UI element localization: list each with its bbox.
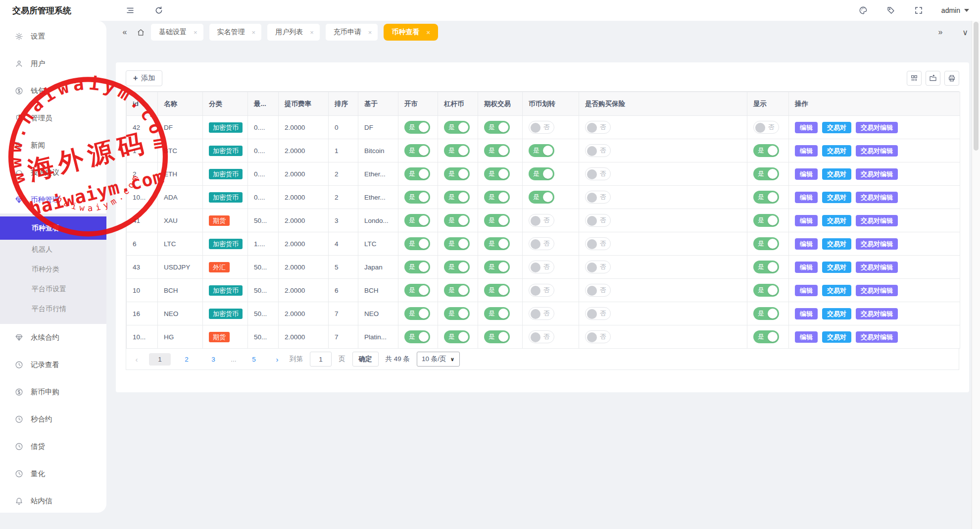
action-button-交易对编辑[interactable]: 交易对编辑 xyxy=(856,168,898,180)
tab-币种查看[interactable]: 币种查看× xyxy=(384,24,438,41)
toggle-insurance-off[interactable]: 否 xyxy=(585,214,611,227)
action-button-编辑[interactable]: 编辑 xyxy=(795,122,818,133)
action-button-交易对[interactable]: 交易对 xyxy=(822,262,851,273)
action-button-编辑[interactable]: 编辑 xyxy=(795,238,818,250)
action-button-交易对编辑[interactable]: 交易对编辑 xyxy=(856,285,898,296)
toggle-open-on[interactable]: 是 xyxy=(404,191,430,204)
toggle-insurance-off[interactable]: 否 xyxy=(585,330,611,343)
action-button-交易对[interactable]: 交易对 xyxy=(822,308,851,319)
tab-充币申请[interactable]: 充币申请× xyxy=(326,24,378,41)
sidebar-subitem-平台币行情[interactable]: 平台币行情 xyxy=(0,299,106,319)
close-icon[interactable]: × xyxy=(426,29,430,36)
action-button-编辑[interactable]: 编辑 xyxy=(795,192,818,203)
export-button[interactable] xyxy=(926,71,940,86)
action-button-交易对[interactable]: 交易对 xyxy=(822,122,851,133)
action-button-交易对[interactable]: 交易对 xyxy=(822,331,851,343)
toggle-insurance-off[interactable]: 否 xyxy=(585,167,611,180)
toggle-transfer-off[interactable]: 否 xyxy=(529,214,554,227)
sidebar-item-借贷[interactable]: 借贷 xyxy=(0,433,106,460)
toggle-option-on[interactable]: 是 xyxy=(484,191,510,204)
action-button-交易对编辑[interactable]: 交易对编辑 xyxy=(856,122,898,133)
action-button-交易对[interactable]: 交易对 xyxy=(822,168,851,180)
tabs-scroll-right-button[interactable]: » xyxy=(934,28,946,37)
toggle-insurance-off[interactable]: 否 xyxy=(585,191,611,204)
jump-confirm-button[interactable]: 确定 xyxy=(352,352,379,367)
pagination-page-3[interactable]: 3 xyxy=(202,353,224,366)
sidebar-item-设置[interactable]: 设置 xyxy=(0,23,106,50)
pagination-prev-button[interactable]: ‹ xyxy=(131,355,142,364)
action-button-编辑[interactable]: 编辑 xyxy=(795,145,818,157)
collapse-sidebar-icon[interactable] xyxy=(125,5,135,15)
close-icon[interactable]: × xyxy=(252,29,256,36)
action-button-交易对[interactable]: 交易对 xyxy=(822,215,851,226)
close-icon[interactable]: × xyxy=(194,29,197,36)
toggle-show-off[interactable]: 否 xyxy=(753,121,779,134)
toggle-show-on[interactable]: 是 xyxy=(753,237,779,250)
action-button-交易对[interactable]: 交易对 xyxy=(822,192,851,203)
action-button-交易对编辑[interactable]: 交易对编辑 xyxy=(856,262,898,273)
action-button-交易对编辑[interactable]: 交易对编辑 xyxy=(856,215,898,226)
sort-icon[interactable] xyxy=(142,101,146,107)
sidebar-item-记录查看[interactable]: 记录查看 xyxy=(0,351,106,378)
toggle-option-on[interactable]: 是 xyxy=(484,121,510,134)
toggle-lever-on[interactable]: 是 xyxy=(444,144,470,157)
toggle-open-on[interactable]: 是 xyxy=(404,214,430,227)
tab-用户列表[interactable]: 用户列表× xyxy=(267,24,320,41)
toggle-show-on[interactable]: 是 xyxy=(753,167,779,180)
toggle-option-on[interactable]: 是 xyxy=(484,330,510,343)
sidebar-item-币种管理[interactable]: 币种管理 xyxy=(0,186,106,213)
toggle-option-on[interactable]: 是 xyxy=(484,237,510,250)
columns-button[interactable] xyxy=(907,71,922,86)
toggle-lever-on[interactable]: 是 xyxy=(444,330,470,343)
toggle-option-on[interactable]: 是 xyxy=(484,214,510,227)
print-button[interactable] xyxy=(944,71,959,86)
sidebar-item-站内信[interactable]: 站内信 xyxy=(0,487,106,513)
toggle-lever-on[interactable]: 是 xyxy=(444,167,470,180)
toggle-show-on[interactable]: 是 xyxy=(753,214,779,227)
toggle-option-on[interactable]: 是 xyxy=(484,307,510,320)
user-menu[interactable]: admin xyxy=(941,6,969,14)
refresh-icon[interactable] xyxy=(154,5,164,15)
toggle-option-on[interactable]: 是 xyxy=(484,167,510,180)
toggle-show-on[interactable]: 是 xyxy=(753,261,779,273)
action-button-交易对编辑[interactable]: 交易对编辑 xyxy=(856,308,898,319)
toggle-show-on[interactable]: 是 xyxy=(753,191,779,204)
sidebar-subitem-机器人[interactable]: 机器人 xyxy=(0,240,106,260)
jump-page-input[interactable] xyxy=(310,352,332,367)
tab-实名管理[interactable]: 实名管理× xyxy=(209,24,262,41)
sidebar-subitem-币种分类[interactable]: 币种分类 xyxy=(0,260,106,279)
scrollbar-thumb[interactable] xyxy=(974,22,979,151)
toggle-option-on[interactable]: 是 xyxy=(484,144,510,157)
toggle-transfer-off[interactable]: 否 xyxy=(529,307,554,320)
action-button-编辑[interactable]: 编辑 xyxy=(795,308,818,319)
toggle-open-on[interactable]: 是 xyxy=(404,307,430,320)
toggle-open-on[interactable]: 是 xyxy=(404,284,430,297)
toggle-transfer-off[interactable]: 否 xyxy=(529,237,554,250)
toggle-transfer-on[interactable]: 是 xyxy=(529,191,554,204)
sidebar-item-用户[interactable]: 用户 xyxy=(0,50,106,77)
toggle-lever-on[interactable]: 是 xyxy=(444,261,470,273)
tab-基础设置[interactable]: 基础设置× xyxy=(151,24,203,41)
action-button-编辑[interactable]: 编辑 xyxy=(795,215,818,226)
action-button-交易对编辑[interactable]: 交易对编辑 xyxy=(856,192,898,203)
sidebar-item-投诉建议[interactable]: 投诉建议 xyxy=(0,159,106,186)
toggle-transfer-off[interactable]: 否 xyxy=(529,330,554,343)
palette-icon[interactable] xyxy=(858,5,868,15)
toggle-open-on[interactable]: 是 xyxy=(404,330,430,343)
toggle-insurance-off[interactable]: 否 xyxy=(585,121,611,134)
toggle-option-on[interactable]: 是 xyxy=(484,261,510,273)
sidebar-item-量化[interactable]: 量化 xyxy=(0,460,106,487)
home-icon[interactable] xyxy=(137,28,145,37)
toggle-option-on[interactable]: 是 xyxy=(484,284,510,297)
toggle-insurance-off[interactable]: 否 xyxy=(585,237,611,250)
toggle-lever-on[interactable]: 是 xyxy=(444,307,470,320)
pagination-page-5[interactable]: 5 xyxy=(243,353,265,366)
sidebar-item-新币申购[interactable]: 新币申购 xyxy=(0,378,106,406)
sidebar-item-永续合约[interactable]: 永续合约 xyxy=(0,324,106,351)
toggle-transfer-off[interactable]: 否 xyxy=(529,284,554,297)
toggle-insurance-off[interactable]: 否 xyxy=(585,261,611,273)
action-button-编辑[interactable]: 编辑 xyxy=(795,168,818,180)
close-icon[interactable]: × xyxy=(368,29,372,36)
toggle-lever-on[interactable]: 是 xyxy=(444,191,470,204)
action-button-交易对[interactable]: 交易对 xyxy=(822,285,851,296)
